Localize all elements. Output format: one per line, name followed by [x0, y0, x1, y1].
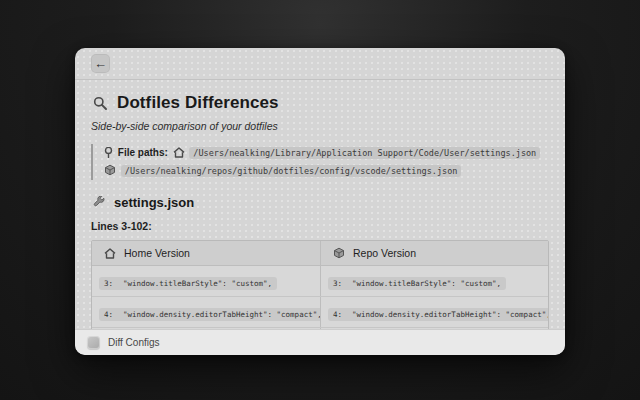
code-text: "window.titleBarStyle": "custom", — [352, 279, 501, 288]
diff-table-header: Home Version Repo Version — [92, 241, 548, 266]
back-arrow-icon: ← — [94, 57, 107, 70]
home-version-header: Home Version — [92, 241, 320, 265]
window-footer: Diff Configs — [75, 329, 565, 355]
page-title: Dotfiles Differences — [117, 93, 279, 113]
home-icon — [173, 147, 185, 158]
package-icon — [104, 164, 116, 176]
line-number: 3: — [104, 279, 113, 288]
title-row: Dotfiles Differences — [91, 93, 549, 113]
line-number: 4: — [104, 310, 113, 319]
table-row: 3:"window.titleBarStyle": "custom", 3:"w… — [92, 266, 548, 297]
window-header: ← — [75, 48, 565, 80]
home-code-cell: 4:"window.density.editorTabHeight": "com… — [92, 297, 320, 327]
wrench-icon — [93, 196, 106, 209]
diff-table: Home Version Repo Version 3:"window.ti — [91, 240, 549, 329]
code-text: "window.titleBarStyle": "custom", — [123, 279, 272, 288]
code-line-badge: 4:"window.density.editorTabHeight": "com… — [328, 308, 548, 321]
command-name: Diff Configs — [108, 337, 160, 348]
code-text: "window.density.editorTabHeight": "compa… — [123, 310, 320, 319]
repo-code-cell: 3:"window.titleBarStyle": "custom", — [320, 266, 548, 296]
repo-version-label: Repo Version — [353, 247, 416, 259]
repo-path-badge: /Users/nealking/repos/github/dotfiles/co… — [121, 165, 462, 177]
repo-version-header: Repo Version — [320, 241, 548, 265]
home-icon — [104, 248, 116, 259]
code-text: "window.density.editorTabHeight": "compa… — [352, 310, 548, 319]
line-number: 3: — [333, 279, 342, 288]
page-subtitle: Side-by-side comparison of your dotfiles — [91, 120, 549, 132]
back-button[interactable]: ← — [91, 54, 110, 73]
code-line-badge: 4:"window.density.editorTabHeight": "com… — [99, 308, 320, 321]
home-code-cell: 3:"window.titleBarStyle": "custom", — [92, 266, 320, 296]
diff-table-body: 3:"window.titleBarStyle": "custom", 3:"w… — [92, 266, 548, 329]
magnifier-icon — [93, 96, 108, 111]
lines-range-label: Lines 3-102: — [91, 220, 549, 232]
pushpin-icon — [104, 147, 113, 158]
file-paths-label: File paths: — [118, 147, 168, 158]
home-path-badge: /Users/nealking/Library/Application Supp… — [189, 147, 540, 159]
extension-app-icon — [87, 336, 100, 349]
line-number: 4: — [333, 310, 342, 319]
repo-code-cell: 4:"window.density.editorTabHeight": "com… — [320, 297, 548, 327]
code-line-badge: 3:"window.titleBarStyle": "custom", — [328, 277, 506, 290]
content-area: Dotfiles Differences Side-by-side compar… — [75, 80, 565, 329]
file-name: settings.json — [114, 195, 194, 210]
home-version-label: Home Version — [124, 247, 190, 259]
code-line-badge: 3:"window.titleBarStyle": "custom", — [99, 277, 277, 290]
file-section-heading: settings.json — [91, 195, 549, 210]
dotfiles-differences-window: ← Dotfiles Differences Side-by-side comp… — [75, 48, 565, 355]
table-row: 4:"window.density.editorTabHeight": "com… — [92, 297, 548, 328]
package-icon — [333, 247, 345, 259]
file-paths-block: File paths: /Users/nealking/Library/Appl… — [91, 144, 543, 180]
